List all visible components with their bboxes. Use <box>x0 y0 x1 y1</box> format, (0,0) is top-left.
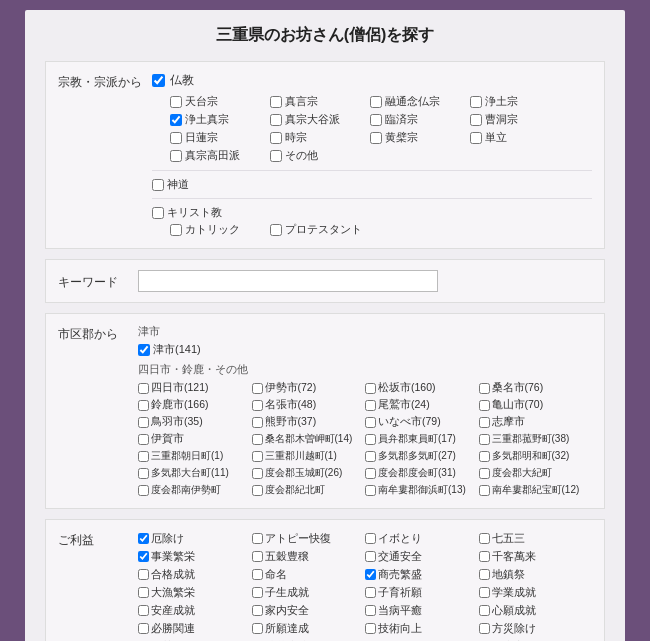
buddhism-sects: 天台宗 真言宗 融通念仏宗 浄土宗 <box>170 93 592 164</box>
tsu-checkbox[interactable] <box>138 344 150 356</box>
shinto-item: 神道 <box>152 177 592 192</box>
keyword-section: キーワード <box>45 259 605 303</box>
sect-nichiren-checkbox[interactable] <box>170 132 182 144</box>
main-container: 三重県のお坊さん(僧侶)を探す 宗教・宗派から 仏教 天台宗 真言宗 <box>25 10 625 641</box>
b-kanai: 家内安全 <box>252 602 366 619</box>
christian-item: キリスト教 <box>152 205 592 220</box>
sect-hongan-checkbox[interactable] <box>170 150 182 162</box>
city-label: 市区郡から <box>58 324 128 343</box>
city-taiki: 度会郡大紀町 <box>479 465 593 481</box>
b-hissho: 必勝関連 <box>138 620 252 637</box>
city-kisomisaki: 桑名郡木曽岬町(14) <box>252 431 366 447</box>
sect-tanryu-checkbox[interactable] <box>470 132 482 144</box>
keyword-input[interactable] <box>138 270 438 292</box>
shinto-checkbox[interactable] <box>152 179 164 191</box>
city-owase: 尾鷲市(24) <box>365 397 479 413</box>
b-anzan: 安産成就 <box>138 602 252 619</box>
sect-tanryu: 単立 <box>470 130 570 145</box>
city-matsusaka: 松坂市(160) <box>365 380 479 396</box>
b-yakuyoke: 厄除け <box>138 530 252 547</box>
b-gijutsu: 技術向上 <box>365 620 479 637</box>
page-title: 三重県のお坊さん(僧侶)を探す <box>45 25 605 46</box>
b-753: 七五三 <box>479 530 593 547</box>
b-gokoku: 五穀豊穣 <box>252 548 366 565</box>
religion-content: 仏教 天台宗 真言宗 融通念仏宗 <box>152 72 592 238</box>
city-asahi: 三重郡朝日町(1) <box>138 448 252 464</box>
b-toubyou: 当病平癒 <box>365 602 479 619</box>
b-shingan: 心願成就 <box>479 602 593 619</box>
city-mihama: 南牟婁郡御浜町(13) <box>365 482 479 498</box>
religion-section: 宗教・宗派から 仏教 天台宗 真言宗 <box>45 61 605 249</box>
city-kameyama: 亀山市(70) <box>479 397 593 413</box>
city-ise: 伊勢市(72) <box>252 380 366 396</box>
sect-other-checkbox[interactable] <box>270 150 282 162</box>
sect-tendai-checkbox[interactable] <box>170 96 182 108</box>
b-shobaihan: 商売繁盛 <box>365 566 479 583</box>
sect-jishu-checkbox[interactable] <box>270 132 282 144</box>
christian-sects: カトリック プロテスタント <box>170 221 592 238</box>
sect-obaku: 黄檗宗 <box>370 130 470 145</box>
keyword-label: キーワード <box>58 272 128 291</box>
sect-jodoshin-checkbox[interactable] <box>170 114 182 126</box>
city-section: 市区郡から 津市 津市(141) 四日市・鈴鹿・その他 四日市(121) 伊勢市… <box>45 313 605 509</box>
sect-tendai: 天台宗 <box>170 94 270 109</box>
city-kuwana: 桑名市(76) <box>479 380 593 396</box>
sect-rinzai: 臨済宗 <box>370 112 470 127</box>
buddhism-label: 仏教 <box>170 72 194 89</box>
city-komono: 三重郡菰野町(38) <box>479 431 593 447</box>
sect-shingon: 真言宗 <box>270 94 370 109</box>
city-kawagoe: 三重郡川越町(1) <box>252 448 366 464</box>
b-hosai: 方災除け <box>479 620 593 637</box>
b-gakugyo: 学業成就 <box>479 584 593 601</box>
sect-nichiren: 日蓮宗 <box>170 130 270 145</box>
b-kosodachi: 子生成就 <box>252 584 366 601</box>
sect-rinzai-checkbox[interactable] <box>370 114 382 126</box>
buddhism-checkbox[interactable] <box>152 74 165 87</box>
benefit-content: 厄除け アトピー快復 イボとり 七五三 事業繁栄 五穀豊穣 交通安全 千客萬来 … <box>138 530 592 641</box>
sect-jodo-checkbox[interactable] <box>470 96 482 108</box>
sect-soto: 曹洞宗 <box>470 112 570 127</box>
b-meimei: 命名 <box>252 566 366 583</box>
christian-checkbox[interactable] <box>152 207 164 219</box>
other-cities-header: 四日市・鈴鹿・その他 <box>138 362 592 377</box>
sect-soto-checkbox[interactable] <box>470 114 482 126</box>
sect-jodoshin: 浄土真宗 <box>170 112 270 127</box>
city-tamaki: 度会郡玉城町(26) <box>252 465 366 481</box>
catholic-item: カトリック <box>170 222 270 237</box>
protestant-checkbox[interactable] <box>270 224 282 236</box>
b-shogun: 所願達成 <box>252 620 366 637</box>
catholic-checkbox[interactable] <box>170 224 182 236</box>
city-kiho: 南牟婁郡紀宝町(12) <box>479 482 593 498</box>
sect-other: その他 <box>270 148 370 163</box>
b-jichin: 地鎮祭 <box>479 566 593 583</box>
b-goukaku: 合格成就 <box>138 566 252 583</box>
benefit-label: ご利益 <box>58 530 128 549</box>
city-grid: 四日市(121) 伊勢市(72) 松坂市(160) 桑名市(76) 鈴鹿市(16… <box>138 380 592 498</box>
benefit-grid: 厄除け アトピー快復 イボとり 七五三 事業繁栄 五穀豊穣 交通安全 千客萬来 … <box>138 530 592 641</box>
sect-shingon-checkbox[interactable] <box>270 96 282 108</box>
city-suzuka: 鈴鹿市(166) <box>138 397 252 413</box>
city-nabari: 名張市(48) <box>252 397 366 413</box>
city-watarai: 度会郡度会町(31) <box>365 465 479 481</box>
b-jigyohanei: 事業繁栄 <box>138 548 252 565</box>
city-kihoku: 度会郡紀北町 <box>252 482 366 498</box>
keyword-input-container <box>138 270 592 292</box>
sect-yuzu-checkbox[interactable] <box>370 96 382 108</box>
city-taki: 多気郡多気町(27) <box>365 448 479 464</box>
sect-jodo: 浄土宗 <box>470 94 570 109</box>
sect-otani-checkbox[interactable] <box>270 114 282 126</box>
city-kumano: 熊野市(37) <box>252 414 366 430</box>
city-iga: 伊賀市 <box>138 431 252 447</box>
b-ibotori: イボとり <box>365 530 479 547</box>
b-tairyo: 大漁繁栄 <box>138 584 252 601</box>
sect-obaku-checkbox[interactable] <box>370 132 382 144</box>
city-toin: 員弁郡東員町(17) <box>365 431 479 447</box>
sect-hongan: 真宗高田派 <box>170 148 270 163</box>
city-content: 津市 津市(141) 四日市・鈴鹿・その他 四日市(121) 伊勢市(72) 松… <box>138 324 592 498</box>
tsu-city: 津市(141) <box>138 342 592 357</box>
city-shima: 志摩市 <box>479 414 593 430</box>
city-meiwa: 多気郡明和町(32) <box>479 448 593 464</box>
b-atopy: アトピー快復 <box>252 530 366 547</box>
city-yokkaichi: 四日市(121) <box>138 380 252 396</box>
protestant-item: プロテスタント <box>270 222 370 237</box>
